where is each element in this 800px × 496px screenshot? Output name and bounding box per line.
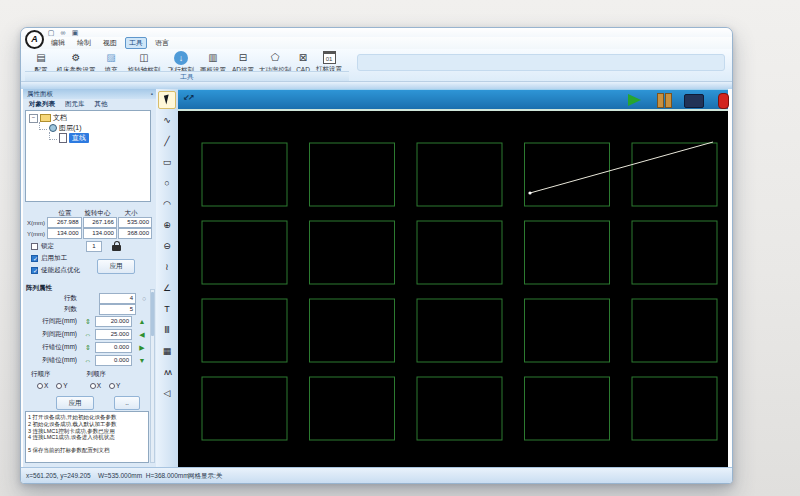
mark-power-button[interactable] [718, 93, 729, 109]
y-position-field[interactable]: 134.000 [47, 228, 81, 239]
text-tool[interactable]: T [158, 301, 176, 319]
panel-header[interactable]: 属性面板 ▪ [23, 89, 156, 99]
cursor-position-readout: x=561.205, y=249.205 W=535.000mm H=368.0… [26, 472, 189, 479]
cols-field[interactable]: 5 [99, 304, 136, 315]
rows-count-row: 行数 4 ○ [23, 293, 156, 304]
row-order-x-radio[interactable] [37, 383, 43, 389]
header-position: 位置 [49, 208, 81, 217]
optimize-checkbox[interactable] [31, 267, 38, 274]
lock-row: 锁定 1 [25, 241, 153, 252]
machine-params-icon: ⚙ [69, 51, 83, 65]
open-file-icon[interactable]: ∞ [58, 29, 68, 37]
vector-tool[interactable]: ∧∧ [158, 364, 176, 382]
select-tool[interactable] [158, 91, 176, 109]
barcode-tool[interactable]: Ⅲ [158, 322, 176, 340]
row-order-y-radio[interactable] [56, 383, 62, 389]
collapse-icon[interactable] [29, 114, 38, 123]
ellipse-tool[interactable]: ○ [158, 175, 176, 193]
marker-tool[interactable]: ◁ [158, 385, 176, 403]
save-file-icon[interactable]: ▣ [70, 29, 80, 37]
rows-option-icon[interactable]: ○ [142, 295, 146, 302]
row-offset-row: 行错位(mm) ⇕ 0.000 ▶ [23, 341, 156, 354]
array-more-button[interactable]: .. [114, 396, 140, 410]
center-circle-tool[interactable]: ⊖ [158, 238, 176, 256]
col-spacing-label: 列间距(mm) [23, 330, 79, 339]
col-order-x-label: X [97, 382, 101, 389]
width-field[interactable]: 535.000 [118, 217, 152, 228]
row-spacing-field[interactable]: 20.000 [95, 316, 132, 327]
new-file-icon[interactable]: ▢ [46, 29, 56, 37]
col-order-y-radio[interactable] [109, 383, 115, 389]
tree-node-layer[interactable]: 图层(1) [26, 123, 150, 133]
cols-count-row: 列数 5 [23, 304, 156, 315]
mark-stop-button[interactable] [684, 94, 704, 108]
folder-icon [40, 114, 51, 122]
log-line: 5 保存当前的打标参数配置到文档 [28, 447, 146, 454]
cols-label: 列数 [23, 305, 79, 314]
menu-tab-edit[interactable]: 编辑 [47, 37, 69, 49]
rectangle-tool[interactable]: ▭ [158, 154, 176, 172]
lock-label: 锁定 [41, 242, 54, 251]
col-order-x-radio[interactable] [90, 383, 96, 389]
scrollbar-thumb[interactable] [151, 292, 154, 336]
order-field[interactable]: 1 [86, 241, 102, 252]
tab-object-list[interactable]: 对象列表 [29, 100, 55, 109]
col-offset-field[interactable]: 0.000 [95, 355, 132, 366]
menu-tab-tools[interactable]: 工具 [125, 37, 147, 49]
row-offset-field[interactable]: 0.000 [95, 342, 132, 353]
col-spacing-field[interactable]: 25.000 [95, 329, 132, 340]
col-order-y-label: Y [116, 382, 120, 389]
row-spacing-left-icon[interactable]: ⇕ [82, 318, 94, 326]
menu-tab-view[interactable]: 视图 [99, 37, 121, 49]
curve-tool[interactable]: ≀ [158, 259, 176, 277]
log-line: 1 打开设备成功,开始初始化设备参数 [28, 414, 146, 421]
bitmap-tool[interactable]: ▦ [158, 343, 176, 361]
mark-pause-button[interactable] [657, 93, 673, 112]
workspace-canvas[interactable] [178, 111, 728, 467]
height-field[interactable]: 368.000 [118, 228, 152, 239]
rotary-mark-icon: ◫ [137, 51, 151, 65]
layer-icon [49, 124, 57, 132]
rows-field[interactable]: 4 [99, 293, 136, 304]
tree-elbow [49, 132, 57, 140]
panel-tabs: 对象列表 图元库 其他 [23, 99, 156, 110]
point-tool[interactable]: ⊕ [158, 217, 176, 235]
col-spacing-right-icon[interactable]: ◀ [136, 331, 148, 339]
x-position-field[interactable]: 267.988 [47, 217, 81, 228]
lock-icon[interactable] [112, 245, 121, 251]
panel-scrollbar[interactable] [150, 289, 155, 463]
col-spacing-left-icon[interactable]: ⇔ [82, 331, 94, 338]
row-offset-left-icon[interactable]: ⇕ [82, 344, 94, 352]
array-section: 行数 4 ○ 列数 5 行间距(mm) ⇕ 20.000 ▲ 列间距 [23, 293, 156, 409]
enable-process-checkbox[interactable] [31, 255, 38, 262]
x-center-field[interactable]: 267.166 [83, 217, 117, 228]
tab-primitive-library[interactable]: 图元库 [65, 100, 85, 109]
mark-start-button[interactable] [628, 94, 641, 106]
tree-elbow [39, 122, 47, 130]
tab-other[interactable]: 其他 [95, 100, 108, 109]
lock-checkbox[interactable] [31, 243, 38, 250]
angle-tool[interactable]: ∠ [158, 280, 176, 298]
node-edit-tool[interactable]: ∿ [158, 112, 176, 130]
y-center-field[interactable]: 134.000 [83, 228, 117, 239]
tree-node-line-selected[interactable]: 直线 [26, 133, 150, 143]
tree-node-label: 直线 [69, 133, 89, 143]
fit-view-icon[interactable]: ↙↗ [183, 93, 192, 102]
col-offset-left-icon[interactable]: ⇔ [82, 357, 94, 364]
array-apply-button[interactable]: 应用 [56, 396, 94, 410]
app-logo[interactable]: A [25, 30, 44, 49]
row-spacing-right-icon[interactable]: ▲ [136, 318, 148, 325]
row-order-label: 行顺序 [31, 370, 51, 379]
transform-apply-button[interactable]: 应用 [97, 259, 135, 274]
ribbon-empty-panel [357, 54, 725, 71]
arc-tool[interactable]: ◠ [158, 196, 176, 214]
menu-tab-draw[interactable]: 绘制 [73, 37, 95, 49]
col-offset-right-icon[interactable]: ▼ [136, 357, 148, 364]
board-settings-icon: ▥ [206, 51, 220, 65]
menu-tab-language[interactable]: 语言 [151, 37, 173, 49]
line-tool[interactable]: ╱ [158, 133, 176, 151]
row-offset-right-icon[interactable]: ▶ [136, 344, 148, 352]
fly-mark-icon: ↓ [174, 51, 188, 65]
title-bar[interactable]: ▢ ∞ ▣ [21, 28, 732, 37]
panel-pin-icon[interactable]: ▪ [151, 89, 153, 99]
